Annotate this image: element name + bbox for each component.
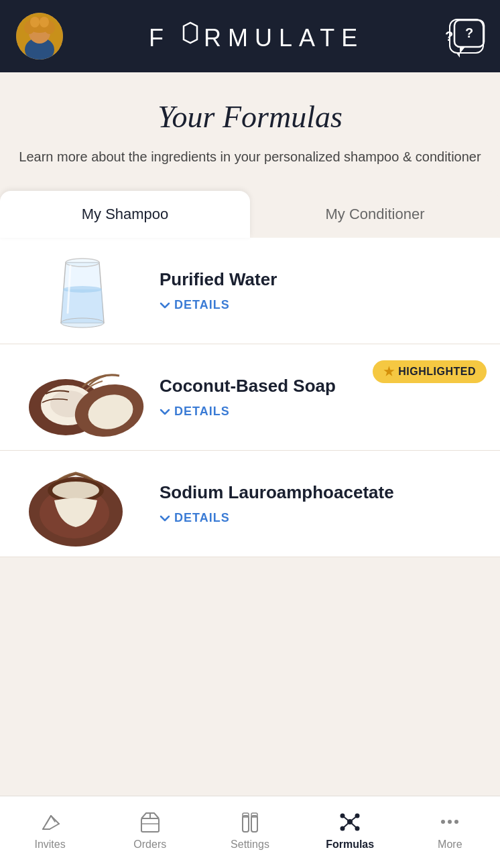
main-content: Your Formulas Learn more about the ingre… bbox=[0, 72, 500, 638]
ingredient-image-coconut bbox=[19, 360, 146, 434]
nav-label-more: More bbox=[438, 839, 462, 851]
details-link-coconut[interactable]: DETAILS bbox=[160, 405, 481, 419]
details-link-water[interactable]: DETAILS bbox=[160, 298, 481, 312]
ingredients-list: Purified Water DETAILS ★ HIGHLIGHTED bbox=[0, 238, 500, 557]
header: F RMULATE ? bbox=[0, 0, 500, 72]
nav-label-settings: Settings bbox=[231, 839, 269, 851]
settings-icon bbox=[237, 809, 263, 835]
ingredient-info-water: Purified Water DETAILS bbox=[160, 269, 481, 312]
ingredient-image-sodium bbox=[19, 467, 146, 540]
svg-point-49 bbox=[448, 820, 452, 824]
ingredient-name: Sodium Lauroamphoacetate bbox=[160, 482, 481, 503]
svg-line-28 bbox=[50, 824, 59, 829]
ingredient-info-sodium: Sodium Lauroamphoacetate DETAILS bbox=[160, 482, 481, 525]
formulas-icon bbox=[337, 809, 363, 835]
svg-rect-37 bbox=[251, 816, 257, 832]
svg-point-50 bbox=[454, 820, 458, 824]
svg-text:?: ? bbox=[465, 25, 473, 40]
nav-item-orders[interactable]: Orders bbox=[117, 809, 184, 851]
tab-conditioner[interactable]: My Conditioner bbox=[250, 191, 500, 238]
highlighted-badge: ★ HIGHLIGHTED bbox=[373, 360, 487, 383]
details-link-sodium[interactable]: DETAILS bbox=[160, 511, 481, 525]
invites-icon bbox=[38, 809, 63, 835]
avatar[interactable] bbox=[16, 13, 63, 60]
ingredient-item: ★ HIGHLIGHTED bbox=[0, 344, 500, 451]
nav-item-invites[interactable]: Invites bbox=[17, 809, 84, 851]
svg-point-48 bbox=[441, 820, 445, 824]
svg-line-46 bbox=[342, 822, 350, 828]
svg-rect-35 bbox=[243, 816, 249, 832]
nav-label-orders: Orders bbox=[133, 839, 166, 851]
tabs-container: My Shampoo My Conditioner bbox=[0, 191, 500, 238]
page-title: Your Formulas bbox=[13, 99, 487, 135]
svg-point-25 bbox=[52, 482, 99, 499]
more-icon bbox=[437, 809, 462, 835]
ingredient-name: Purified Water bbox=[160, 269, 481, 290]
ingredient-item: Sodium Lauroamphoacetate DETAILS bbox=[0, 451, 500, 557]
svg-line-45 bbox=[350, 816, 357, 822]
svg-line-44 bbox=[342, 816, 350, 822]
nav-label-invites: Invites bbox=[34, 839, 65, 851]
svg-marker-9 bbox=[184, 23, 197, 43]
app-logo: F RMULATE bbox=[149, 19, 363, 53]
nav-label-formulas: Formulas bbox=[326, 839, 374, 851]
svg-line-30 bbox=[46, 816, 51, 824]
svg-marker-13 bbox=[460, 47, 465, 54]
ingredient-item: Purified Water DETAILS bbox=[0, 238, 500, 344]
orders-icon bbox=[137, 809, 163, 835]
page-subtitle: Learn more about the ingredients in your… bbox=[13, 147, 487, 167]
svg-rect-32 bbox=[141, 818, 159, 832]
nav-item-settings[interactable]: Settings bbox=[216, 809, 284, 851]
svg-point-6 bbox=[30, 17, 40, 27]
star-icon: ★ bbox=[383, 364, 395, 379]
svg-line-47 bbox=[350, 822, 357, 828]
ingredient-image-water bbox=[19, 254, 146, 328]
svg-text:RMULATE: RMULATE bbox=[204, 24, 364, 52]
svg-point-16 bbox=[61, 318, 104, 328]
nav-item-formulas[interactable]: Formulas bbox=[316, 809, 383, 851]
help-button[interactable]: ? bbox=[449, 19, 484, 54]
svg-point-7 bbox=[40, 17, 49, 27]
svg-text:F: F bbox=[149, 24, 170, 52]
tab-shampoo[interactable]: My Shampoo bbox=[0, 191, 250, 238]
nav-item-more[interactable]: More bbox=[416, 809, 483, 851]
bottom-nav: Invites Orders bbox=[0, 796, 500, 868]
